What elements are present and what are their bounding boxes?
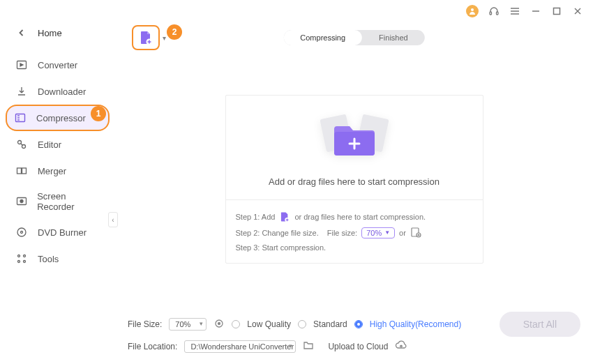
upload-label: Upload to Cloud (328, 342, 388, 351)
svg-point-15 (18, 141, 22, 144)
file-size-pill[interactable]: 70%▼ (361, 227, 395, 238)
step3-text: Step 3: Start compression. (236, 243, 326, 252)
start-all-button[interactable]: Start All (500, 312, 580, 337)
recorder-icon (15, 195, 27, 208)
step2-text-a: Step 2: Change file size. (236, 229, 319, 237)
editor-icon (15, 138, 28, 151)
dvd-icon (15, 226, 28, 238)
svg-rect-19 (22, 168, 27, 174)
main-panel: ▾ 2 Compressing Finished Ad (115, 18, 593, 364)
file-size-label: File Size: (128, 319, 162, 329)
sidebar-item-label: Downloader (38, 86, 86, 97)
svg-rect-1 (490, 12, 492, 15)
low-label: Low Quality (247, 319, 291, 329)
add-file-icon (138, 30, 153, 45)
cloud-upload-icon[interactable] (395, 340, 407, 352)
svg-rect-18 (17, 168, 22, 174)
add-file-icon (279, 211, 290, 222)
titlebar (0, 4, 593, 18)
menu-icon[interactable] (509, 6, 520, 17)
file-location-label: File Location: (128, 342, 177, 351)
home-link[interactable]: Home (0, 22, 115, 52)
svg-point-22 (17, 228, 26, 236)
svg-rect-11 (16, 114, 25, 122)
high-label: High Quality(Recomend) (370, 319, 461, 329)
downloader-icon (15, 85, 28, 98)
tools-icon (15, 252, 28, 265)
sidebar-item-converter[interactable]: Converter (0, 52, 115, 78)
sidebar-item-dvd-burner[interactable]: DVD Burner (0, 219, 115, 245)
sidebar-item-label: Editor (38, 139, 61, 150)
open-folder-icon[interactable] (303, 340, 314, 353)
tab-compressing[interactable]: Compressing (283, 30, 362, 45)
sidebar-item-merger[interactable]: Merger (0, 158, 115, 184)
svg-point-35 (416, 233, 421, 237)
target-icon[interactable] (213, 318, 225, 331)
folder-add-icon (316, 111, 393, 167)
sidebar-item-downloader[interactable]: Downloader (0, 78, 115, 105)
back-icon (15, 26, 28, 39)
standard-label: Standard (313, 319, 347, 329)
radio-low[interactable] (232, 320, 240, 328)
step1-text-a: Step 1: Add (236, 213, 276, 221)
sidebar-item-label: Compressor (36, 113, 86, 123)
home-label: Home (38, 28, 62, 38)
chevron-down-icon[interactable]: ▾ (163, 34, 166, 42)
user-avatar[interactable] (466, 5, 479, 17)
sidebar: Home Converter Downloader Compressor Edi… (0, 18, 115, 364)
step2-or: or (399, 229, 406, 237)
svg-point-27 (24, 261, 26, 263)
svg-line-17 (21, 144, 22, 145)
step2-text-b: File size: (327, 229, 357, 237)
svg-point-23 (21, 232, 23, 234)
svg-point-16 (22, 145, 26, 149)
svg-point-0 (471, 8, 474, 11)
svg-rect-2 (497, 12, 499, 15)
maximize-icon[interactable] (551, 6, 562, 17)
svg-point-24 (18, 255, 20, 257)
svg-point-21 (20, 200, 23, 203)
annotation-1: 1 (91, 106, 106, 121)
add-file-button[interactable] (132, 25, 160, 50)
converter-icon (15, 59, 28, 71)
svg-point-26 (18, 261, 20, 263)
step1-text-b: or drag files here to start compression. (294, 213, 426, 221)
sidebar-item-label: Screen Recorder (37, 191, 103, 212)
file-size-select[interactable]: 70% (169, 318, 207, 331)
compressor-icon (14, 112, 27, 124)
sidebar-item-editor[interactable]: Editor (0, 131, 115, 158)
tab-finished[interactable]: Finished (362, 30, 425, 45)
settings-icon[interactable] (410, 227, 421, 239)
minimize-icon[interactable] (530, 6, 541, 17)
annotation-2: 2 (167, 24, 182, 40)
file-location-select[interactable]: D:\Wondershare UniConverter 1 (184, 340, 296, 353)
close-icon[interactable] (572, 6, 583, 17)
radio-high[interactable] (354, 320, 363, 328)
sidebar-item-label: Tools (38, 254, 59, 264)
drop-steps: Step 1: Add or drag files here to start … (226, 199, 483, 263)
drop-box[interactable]: Add or drag files here to start compress… (225, 95, 483, 264)
svg-point-25 (24, 255, 26, 257)
svg-rect-7 (554, 8, 560, 15)
sidebar-item-label: DVD Burner (38, 227, 87, 238)
sidebar-collapse-icon[interactable]: ‹ (108, 212, 118, 227)
radio-standard[interactable] (298, 320, 306, 328)
sidebar-item-screen-recorder[interactable]: Screen Recorder (0, 184, 115, 219)
merger-icon (15, 165, 28, 177)
tabs: Compressing Finished (283, 30, 424, 45)
toolbar: ▾ 2 Compressing Finished (128, 22, 580, 53)
footer: File Size: 70% Low Quality Standard High… (128, 305, 580, 356)
sidebar-item-label: Merger (38, 166, 66, 176)
drop-message: Add or drag files here to start compress… (269, 176, 440, 187)
headset-icon[interactable] (488, 6, 500, 17)
sidebar-item-tools[interactable]: Tools (0, 245, 115, 272)
drop-area: Add or drag files here to start compress… (128, 53, 580, 305)
svg-point-38 (218, 322, 220, 324)
sidebar-item-label: Converter (38, 60, 77, 70)
